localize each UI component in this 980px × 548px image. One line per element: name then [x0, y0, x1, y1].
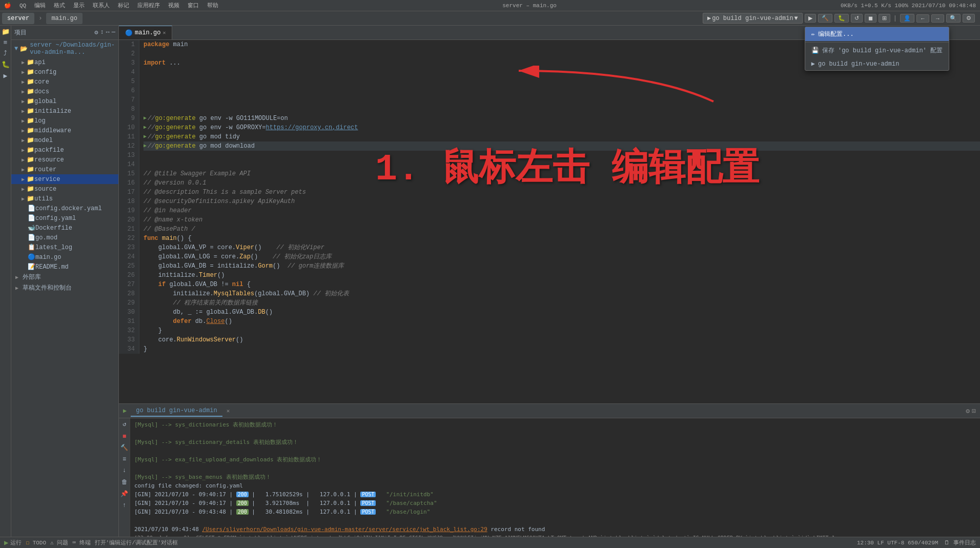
- tab-server[interactable]: server: [2, 13, 34, 24]
- run-panel-maximize-icon[interactable]: ⊡: [972, 407, 976, 415]
- sidebar-collapse-icon[interactable]: ↔: [106, 29, 110, 36]
- sidebar-folder-label: api: [34, 59, 46, 66]
- file-path-link[interactable]: /Users/sliverhorn/Downloads/gin-vue-admi…: [202, 526, 487, 533]
- menu-apps[interactable]: 应用程序: [137, 2, 160, 9]
- dropdown-item-edit-config[interactable]: ✏️ 编辑配置...: [805, 27, 949, 41]
- status-todo[interactable]: ☐ TODO: [26, 539, 46, 546]
- sidebar-item-source[interactable]: ▶ 📁 source: [11, 184, 118, 194]
- debug-panel-icon[interactable]: 🐛: [2, 60, 10, 69]
- editor-tab-close-icon[interactable]: ✕: [162, 30, 166, 36]
- menu-contacts[interactable]: 联系人: [93, 2, 110, 9]
- run-panel-header: ▶ go build gin-vue-admin ✕ ⚙ ⊡: [119, 404, 980, 418]
- sidebar-item-config[interactable]: ▶ 📁 config: [11, 67, 118, 77]
- project-root[interactable]: ▼ 📂 server ~/Downloads/gin-vue-admin-ma.…: [11, 40, 118, 57]
- sidebar-item-utils[interactable]: ▶ 📁 utils: [11, 194, 118, 204]
- menu-edit[interactable]: 编辑: [34, 2, 46, 9]
- sidebar-item-gomod[interactable]: 📄 go.mod: [11, 233, 118, 242]
- sidebar-item-readme[interactable]: 📝 README.md: [11, 262, 118, 272]
- menu-window[interactable]: 窗口: [188, 2, 199, 9]
- sidebar-expand-icon[interactable]: ↕: [100, 29, 104, 36]
- sidebar-item-api[interactable]: ▶ 📁 api: [11, 57, 118, 67]
- sidebar-file-label: main.go: [35, 254, 61, 261]
- menu-format[interactable]: 格式: [54, 2, 65, 9]
- tree-arrow-icon: ▶: [22, 176, 25, 182]
- code-text: {: [243, 280, 250, 289]
- dropdown-item-save-config[interactable]: 💾 保存 'go build gin-vue-admin' 配置: [805, 44, 949, 57]
- sidebar-item-core[interactable]: ▶ 📁 core: [11, 77, 118, 87]
- sidebar-item-model[interactable]: ▶ 📁 model: [11, 135, 118, 145]
- dropdown-item-go-build[interactable]: ▶ go build gin-vue-admin: [805, 57, 949, 70]
- nav-back-button[interactable]: ←: [916, 14, 929, 23]
- commit-icon[interactable]: ⤴: [4, 50, 7, 57]
- function-name: Gorm: [258, 261, 273, 271]
- run-restart-icon[interactable]: ↺: [122, 420, 126, 428]
- menu-video[interactable]: 视频: [168, 2, 179, 9]
- apple-menu[interactable]: 🍎: [4, 2, 11, 9]
- sidebar-item-resource[interactable]: ▶ 📁 resource: [11, 155, 118, 165]
- menu-help[interactable]: 帮助: [207, 2, 218, 9]
- line-num: 16: [123, 178, 135, 188]
- sidebar-item-dockerfile[interactable]: 🐋 Dockerfile: [11, 223, 118, 233]
- line-num: 27: [123, 280, 135, 289]
- run-line-icon[interactable]: ▶: [144, 132, 147, 141]
- debug-button[interactable]: 🐛: [834, 14, 849, 23]
- sidebar-close-icon[interactable]: —: [112, 29, 115, 36]
- nav-forward-button[interactable]: →: [931, 14, 944, 23]
- run-share-icon[interactable]: ↑: [122, 502, 126, 509]
- sidebar-item-drafts[interactable]: ▶ 草稿文件和控制台: [11, 282, 118, 293]
- sidebar-item-service[interactable]: ▶ 📁 service: [11, 174, 118, 184]
- sidebar-item-log[interactable]: ▶ 📁 log: [11, 116, 118, 126]
- sidebar-settings-icon[interactable]: ⚙: [94, 29, 98, 36]
- search-button[interactable]: 🔍: [946, 14, 961, 23]
- run-line-icon[interactable]: ▶: [144, 114, 147, 123]
- run-panel-settings-icon[interactable]: ⚙: [966, 407, 970, 415]
- run-config-selector[interactable]: ▶ go build gin-vue-admin ▼: [703, 13, 803, 24]
- sidebar-item-config-yaml[interactable]: 📄 config.yaml: [11, 213, 118, 223]
- status-bar-left: ▶ 运行 ☐ TODO ⚠ 问题 ⌨ 终端 打开'编辑运行/调试配置'对话框: [4, 538, 178, 547]
- event-log-icon[interactable]: 🗒 事件日志: [944, 539, 976, 546]
- sidebar-item-maingo[interactable]: 🔵 main.go: [11, 252, 118, 262]
- build-button[interactable]: 🔨: [818, 14, 832, 23]
- run-line-icon[interactable]: ▶: [144, 141, 147, 151]
- sidebar-item-initialize[interactable]: ▶ 📁 initialize: [11, 106, 118, 116]
- code-content[interactable]: package main import ... ▶ //go:generate …: [139, 40, 980, 354]
- run-pin-icon[interactable]: 📌: [120, 490, 128, 498]
- status-run-indicator[interactable]: ▶ 运行: [4, 538, 22, 547]
- sidebar-item-middleware[interactable]: ▶ 📁 middleware: [11, 126, 118, 135]
- stop-button[interactable]: ◼: [865, 14, 876, 23]
- sidebar-item-packfile[interactable]: ▶ 📁 packfile: [11, 145, 118, 155]
- coverage-button[interactable]: ⊞: [879, 14, 890, 23]
- run-panel-close-icon[interactable]: ✕: [227, 408, 230, 414]
- menu-qq[interactable]: QQ: [19, 3, 26, 9]
- status-issues[interactable]: ⚠ 问题: [50, 539, 68, 546]
- run-line-icon[interactable]: ▶: [144, 123, 147, 132]
- project-icon[interactable]: 📁: [2, 28, 10, 36]
- run-stop-icon[interactable]: ◼: [122, 432, 126, 440]
- run-clear-icon[interactable]: 🗑: [121, 478, 128, 486]
- menu-view[interactable]: 显示: [73, 2, 85, 9]
- tab-maingo[interactable]: main.go: [46, 13, 82, 24]
- code-editor[interactable]: 1 2 3 4 5 6 7 8 9 10 11 12 13: [119, 40, 980, 403]
- run-button[interactable]: ▶: [805, 14, 816, 23]
- sidebar-item-latest-log[interactable]: 📋 latest_log: [11, 242, 118, 252]
- run-filter-icon[interactable]: ≡: [122, 456, 126, 463]
- run-tab-run[interactable]: go build gin-vue-admin: [131, 405, 222, 417]
- sidebar-item-config-docker-yaml[interactable]: 📄 config.docker.yaml: [11, 204, 118, 213]
- structure-icon[interactable]: ≡: [4, 39, 8, 47]
- settings-button[interactable]: ⚙: [963, 14, 975, 23]
- run-build-icon[interactable]: 🔨: [120, 444, 128, 452]
- sidebar-item-global[interactable]: ▶ 📁 global: [11, 96, 118, 106]
- status-terminal[interactable]: ⌨ 终端: [72, 539, 90, 546]
- run-panel-content[interactable]: [Mysql] --> sys_dictionaries 表初始数据成功！ [M…: [130, 418, 980, 537]
- run-scroll-icon[interactable]: ↓: [122, 467, 126, 474]
- run-panel-icon[interactable]: ▶: [4, 72, 8, 80]
- code-line-11: ▶ //go:generate go mod tidy: [144, 132, 980, 141]
- sidebar-item-router[interactable]: ▶ 📁 router: [11, 165, 118, 174]
- menu-mark[interactable]: 标记: [118, 2, 129, 9]
- sidebar-item-external-libs[interactable]: ▶ 外部库: [11, 272, 118, 282]
- run-panel-icon-btn[interactable]: ▶: [123, 407, 127, 415]
- reload-button[interactable]: ↺: [851, 14, 863, 23]
- sidebar-item-docs[interactable]: ▶ 📁 docs: [11, 87, 118, 96]
- profile-button[interactable]: 👤: [900, 14, 914, 23]
- editor-tab-maingo[interactable]: 🔵 main.go ✕: [119, 26, 172, 39]
